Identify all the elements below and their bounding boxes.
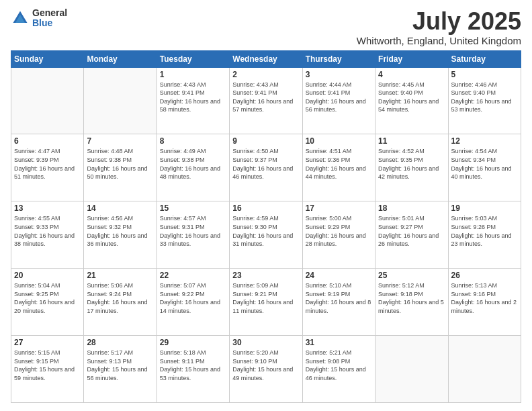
header-thursday: Thursday [302,50,375,67]
day-number: 15 [160,203,226,213]
day-info: Sunrise: 5:13 AMSunset: 9:16 PMDaylight:… [451,281,518,315]
day-info: Sunrise: 4:51 AMSunset: 9:36 PMDaylight:… [306,147,372,181]
logo-blue-text: Blue [32,18,67,28]
table-row: 11Sunrise: 4:52 AMSunset: 9:35 PMDayligh… [375,134,448,201]
calendar-header-row: Sunday Monday Tuesday Wednesday Thursday… [11,50,521,67]
day-info: Sunrise: 4:45 AMSunset: 9:40 PMDaylight:… [378,81,445,114]
day-info: Sunrise: 4:47 AMSunset: 9:39 PMDaylight:… [14,147,81,181]
day-number: 20 [14,271,81,280]
calendar-week-row: 13Sunrise: 4:55 AMSunset: 9:33 PMDayligh… [11,201,521,269]
day-number: 27 [14,338,81,347]
day-info: Sunrise: 5:12 AMSunset: 9:18 PMDaylight:… [378,281,445,315]
calendar-week-row: 1Sunrise: 4:43 AMSunset: 9:41 PMDaylight… [11,67,521,134]
day-info: Sunrise: 5:00 AMSunset: 9:29 PMDaylight:… [306,214,372,248]
logo-general-text: General [32,8,67,18]
day-number: 21 [87,271,153,280]
logo: General Blue [11,8,67,29]
day-number: 9 [232,136,299,146]
logo-text: General Blue [32,8,67,29]
table-row: 22Sunrise: 5:07 AMSunset: 9:22 PMDayligh… [157,269,229,336]
table-row: 3Sunrise: 4:44 AMSunset: 9:41 PMDaylight… [302,67,375,134]
table-row: 18Sunrise: 5:01 AMSunset: 9:27 PMDayligh… [375,201,448,269]
day-info: Sunrise: 5:18 AMSunset: 9:11 PMDaylight:… [160,349,226,382]
page: General Blue July 2025 Whitworth, Englan… [0,0,532,411]
header-friday: Friday [375,50,448,67]
table-row: 26Sunrise: 5:13 AMSunset: 9:16 PMDayligh… [448,269,521,336]
header-tuesday: Tuesday [157,50,229,67]
table-row [375,336,448,403]
day-number: 23 [232,271,299,280]
header-sunday: Sunday [11,50,84,67]
day-info: Sunrise: 5:21 AMSunset: 9:08 PMDaylight:… [306,349,372,382]
header-wednesday: Wednesday [230,50,302,67]
day-info: Sunrise: 5:06 AMSunset: 9:24 PMDaylight:… [87,281,153,315]
table-row: 4Sunrise: 4:45 AMSunset: 9:40 PMDaylight… [375,67,448,134]
day-info: Sunrise: 4:56 AMSunset: 9:32 PMDaylight:… [87,214,153,248]
table-row: 23Sunrise: 5:09 AMSunset: 9:21 PMDayligh… [230,269,302,336]
calendar-table: Sunday Monday Tuesday Wednesday Thursday… [11,50,521,403]
day-info: Sunrise: 4:43 AMSunset: 9:41 PMDaylight:… [160,81,226,114]
table-row [11,67,84,134]
header-monday: Monday [84,50,157,67]
day-info: Sunrise: 4:46 AMSunset: 9:40 PMDaylight:… [451,81,518,114]
calendar-week-row: 20Sunrise: 5:04 AMSunset: 9:25 PMDayligh… [11,269,521,336]
day-number: 26 [451,271,518,280]
table-row: 13Sunrise: 4:55 AMSunset: 9:33 PMDayligh… [11,201,84,269]
table-row: 6Sunrise: 4:47 AMSunset: 9:39 PMDaylight… [11,134,84,201]
table-row: 2Sunrise: 4:43 AMSunset: 9:41 PMDaylight… [230,67,302,134]
header-saturday: Saturday [448,50,521,67]
day-number: 28 [87,338,153,347]
table-row: 10Sunrise: 4:51 AMSunset: 9:36 PMDayligh… [302,134,375,201]
subtitle: Whitworth, England, United Kingdom [357,35,521,46]
day-number: 13 [14,203,81,213]
day-number: 30 [232,338,299,347]
day-number: 11 [378,136,445,146]
day-info: Sunrise: 5:17 AMSunset: 9:13 PMDaylight:… [87,349,153,382]
table-row: 29Sunrise: 5:18 AMSunset: 9:11 PMDayligh… [157,336,229,403]
day-number: 10 [306,136,372,146]
day-number: 31 [306,338,372,347]
day-number: 2 [232,70,299,79]
day-number: 4 [378,70,445,79]
day-number: 24 [306,271,372,280]
day-info: Sunrise: 4:49 AMSunset: 9:38 PMDaylight:… [160,147,226,181]
table-row: 8Sunrise: 4:49 AMSunset: 9:38 PMDaylight… [157,134,229,201]
day-info: Sunrise: 5:20 AMSunset: 9:10 PMDaylight:… [232,349,299,382]
table-row: 27Sunrise: 5:15 AMSunset: 9:15 PMDayligh… [11,336,84,403]
title-block: July 2025 Whitworth, England, United Kin… [357,8,521,46]
day-number: 12 [451,136,518,146]
day-number: 5 [451,70,518,79]
day-info: Sunrise: 5:07 AMSunset: 9:22 PMDaylight:… [160,281,226,315]
day-number: 6 [14,136,81,146]
table-row: 14Sunrise: 4:56 AMSunset: 9:32 PMDayligh… [84,201,157,269]
day-info: Sunrise: 5:04 AMSunset: 9:25 PMDaylight:… [14,281,81,315]
day-info: Sunrise: 5:03 AMSunset: 9:26 PMDaylight:… [451,214,518,248]
day-number: 25 [378,271,445,280]
day-info: Sunrise: 4:57 AMSunset: 9:31 PMDaylight:… [160,214,226,248]
table-row: 15Sunrise: 4:57 AMSunset: 9:31 PMDayligh… [157,201,229,269]
table-row: 28Sunrise: 5:17 AMSunset: 9:13 PMDayligh… [84,336,157,403]
table-row: 5Sunrise: 4:46 AMSunset: 9:40 PMDaylight… [448,67,521,134]
table-row: 21Sunrise: 5:06 AMSunset: 9:24 PMDayligh… [84,269,157,336]
day-info: Sunrise: 5:15 AMSunset: 9:15 PMDaylight:… [14,349,81,382]
header: General Blue July 2025 Whitworth, Englan… [11,8,521,46]
day-info: Sunrise: 4:54 AMSunset: 9:34 PMDaylight:… [451,147,518,181]
table-row: 30Sunrise: 5:20 AMSunset: 9:10 PMDayligh… [230,336,302,403]
day-info: Sunrise: 4:59 AMSunset: 9:30 PMDaylight:… [232,214,299,248]
table-row: 20Sunrise: 5:04 AMSunset: 9:25 PMDayligh… [11,269,84,336]
day-number: 16 [232,203,299,213]
table-row: 17Sunrise: 5:00 AMSunset: 9:29 PMDayligh… [302,201,375,269]
day-number: 22 [160,271,226,280]
logo-icon [11,9,30,28]
day-info: Sunrise: 4:43 AMSunset: 9:41 PMDaylight:… [232,81,299,114]
table-row: 7Sunrise: 4:48 AMSunset: 9:38 PMDaylight… [84,134,157,201]
day-info: Sunrise: 4:48 AMSunset: 9:38 PMDaylight:… [87,147,153,181]
day-number: 7 [87,136,153,146]
day-number: 29 [160,338,226,347]
table-row: 25Sunrise: 5:12 AMSunset: 9:18 PMDayligh… [375,269,448,336]
calendar-week-row: 6Sunrise: 4:47 AMSunset: 9:39 PMDaylight… [11,134,521,201]
day-number: 8 [160,136,226,146]
day-number: 1 [160,70,226,79]
day-number: 18 [378,203,445,213]
day-number: 3 [306,70,372,79]
